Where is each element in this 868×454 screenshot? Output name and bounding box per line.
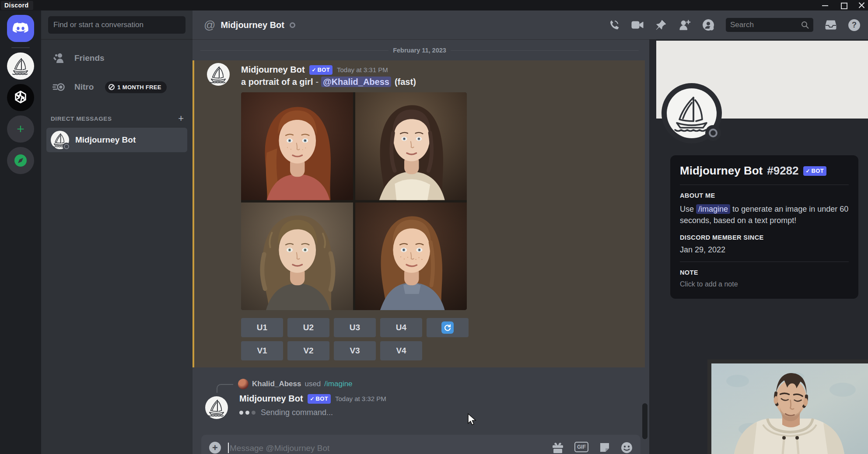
video-call-button[interactable] bbox=[631, 19, 644, 31]
reply-spine bbox=[217, 384, 233, 393]
direct-messages-header: DIRECT MESSAGES + bbox=[51, 114, 184, 123]
prompt-line: a portrait of a girl-@Khalid_Abess(fast) bbox=[241, 77, 632, 87]
emoji-picker-button[interactable] bbox=[621, 442, 633, 454]
variation-button-v4[interactable]: V4 bbox=[380, 341, 422, 360]
sending-status-line: Sending command... bbox=[239, 408, 636, 417]
reply-context: Khalid_Abess used /imagine bbox=[192, 379, 649, 390]
midjourney-boat-icon bbox=[10, 56, 31, 76]
minimize-button[interactable] bbox=[822, 2, 829, 9]
offline-status-badge bbox=[705, 125, 721, 141]
note-header: NOTE bbox=[680, 269, 849, 276]
profile-discriminator: #9282 bbox=[767, 164, 798, 178]
variation-button-v3[interactable]: V3 bbox=[334, 341, 376, 360]
help-button[interactable]: ? bbox=[848, 19, 860, 31]
add-friend-to-dm-button[interactable] bbox=[679, 19, 691, 31]
explore-servers-button[interactable] bbox=[7, 147, 34, 174]
server-openai[interactable] bbox=[7, 84, 34, 111]
midjourney-bot-avatar[interactable] bbox=[205, 396, 228, 419]
message-imagine-result: Midjourney Bot ✓ BOT Today at 3:31 PM a … bbox=[192, 60, 645, 367]
message-timestamp: Today at 3:31 PM bbox=[337, 66, 388, 73]
upscale-button-u2[interactable]: U2 bbox=[287, 318, 329, 337]
generated-image-2[interactable] bbox=[355, 92, 467, 200]
inbox-button[interactable] bbox=[825, 19, 837, 31]
create-dm-button[interactable]: + bbox=[178, 114, 184, 123]
member-since-value: Jan 29, 2022 bbox=[680, 245, 849, 255]
pinned-messages-button[interactable] bbox=[655, 19, 667, 31]
midjourney-boat-icon bbox=[208, 64, 228, 84]
conversation-search-button[interactable]: Find or start a conversation bbox=[48, 16, 186, 34]
gif-picker-button[interactable]: GIF bbox=[574, 442, 588, 452]
channel-sidebar: Find or start a conversation Friends bbox=[41, 10, 192, 454]
card-divider bbox=[680, 185, 849, 185]
member-since-header: DISCORD MEMBER SINCE bbox=[680, 234, 849, 241]
upscale-button-u1[interactable]: U1 bbox=[241, 318, 283, 337]
bot-badge: ✓ BOT bbox=[309, 65, 332, 75]
dm-item-midjourney-bot[interactable]: Midjourney Bot bbox=[46, 128, 187, 152]
header-search-box[interactable]: Search bbox=[726, 18, 813, 32]
generated-image-1[interactable] bbox=[241, 92, 353, 200]
imagine-command-pill[interactable]: /imagine bbox=[696, 204, 730, 214]
user-mention[interactable]: @Khalid_Abess bbox=[321, 77, 391, 87]
generated-image-3[interactable] bbox=[241, 203, 353, 311]
maximize-button[interactable] bbox=[840, 2, 847, 9]
mouse-cursor bbox=[466, 413, 478, 426]
friends-icon bbox=[52, 52, 66, 64]
search-placeholder: Search bbox=[730, 21, 801, 29]
date-divider: February 11, 2023 bbox=[200, 46, 639, 54]
sidebar-item-nitro[interactable]: Nitro 1 MONTH FREE bbox=[46, 75, 187, 99]
close-button[interactable] bbox=[858, 2, 865, 9]
search-icon bbox=[801, 21, 809, 29]
discord-home-button[interactable] bbox=[7, 15, 34, 42]
profile-name-row: Midjourney Bot#9282 ✓ BOT bbox=[680, 164, 849, 178]
openai-logo-icon bbox=[12, 89, 29, 106]
sidebar-item-friends[interactable]: Friends bbox=[46, 46, 187, 70]
imagine-command-link[interactable]: /imagine bbox=[324, 380, 352, 388]
upscale-button-u3[interactable]: U3 bbox=[334, 318, 376, 337]
generated-image-grid bbox=[241, 92, 467, 310]
nitro-icon bbox=[52, 82, 66, 92]
variation-button-v1[interactable]: V1 bbox=[241, 341, 283, 360]
message-input-bar[interactable]: + Message @Midjourney Bot GIF bbox=[201, 435, 640, 454]
variation-button-v2[interactable]: V2 bbox=[287, 341, 329, 360]
message-input-placeholder[interactable]: Message @Midjourney Bot bbox=[230, 444, 552, 453]
sidebar-search-area: Find or start a conversation bbox=[41, 10, 192, 39]
text-caret bbox=[228, 443, 229, 453]
voice-call-button[interactable] bbox=[608, 19, 620, 31]
rail-divider bbox=[11, 47, 30, 48]
message-author[interactable]: Midjourney Bot bbox=[239, 394, 303, 404]
user-profile-button[interactable] bbox=[702, 19, 714, 31]
message-timestamp: Today at 3:32 PM bbox=[335, 395, 386, 402]
attach-file-button[interactable]: + bbox=[209, 442, 221, 454]
generation-mode: (fast) bbox=[395, 77, 416, 87]
verified-check-icon: ✓ bbox=[310, 396, 315, 402]
message-sending: Midjourney Bot ✓ BOT Today at 3:32 PM Se… bbox=[192, 394, 649, 420]
khalid-avatar[interactable] bbox=[238, 379, 248, 389]
generated-image-4[interactable] bbox=[355, 203, 467, 311]
profile-username: Midjourney Bot bbox=[680, 164, 763, 178]
variation-button-row: V1 V2 V3 V4 bbox=[241, 341, 632, 360]
discord-window: Discord + bbox=[0, 0, 868, 454]
sticker-picker-button[interactable] bbox=[599, 442, 610, 453]
sending-status-text: Sending command... bbox=[261, 408, 333, 417]
chat-scrollbar-thumb[interactable] bbox=[642, 403, 648, 439]
server-midjourney[interactable] bbox=[7, 52, 34, 80]
gift-icon[interactable] bbox=[552, 442, 564, 453]
friends-label: Friends bbox=[74, 53, 105, 63]
upscale-button-u4[interactable]: U4 bbox=[380, 318, 422, 337]
note-input[interactable]: Click to add a note bbox=[680, 280, 849, 288]
profile-card: Midjourney Bot#9282 ✓ BOT ABOUT ME Use /… bbox=[670, 155, 858, 299]
message-author[interactable]: Midjourney Bot bbox=[241, 65, 305, 75]
profile-avatar[interactable] bbox=[662, 83, 722, 143]
reply-username[interactable]: Khalid_Abess bbox=[252, 380, 301, 388]
window-titlebar: Discord bbox=[0, 0, 868, 10]
chat-title: Midjourney Bot bbox=[220, 20, 284, 30]
reroll-button[interactable] bbox=[427, 318, 469, 337]
midjourney-bot-avatar[interactable] bbox=[207, 63, 230, 86]
bot-badge: ✓ BOT bbox=[308, 394, 331, 404]
typing-indicator bbox=[239, 411, 256, 415]
nitro-promo-badge: 1 MONTH FREE bbox=[105, 81, 166, 93]
about-me-text: Use /imagine to generate an image in und… bbox=[680, 203, 849, 226]
reroll-icon bbox=[441, 321, 454, 334]
add-server-button[interactable]: + bbox=[7, 115, 34, 143]
dm-avatar bbox=[51, 131, 69, 149]
